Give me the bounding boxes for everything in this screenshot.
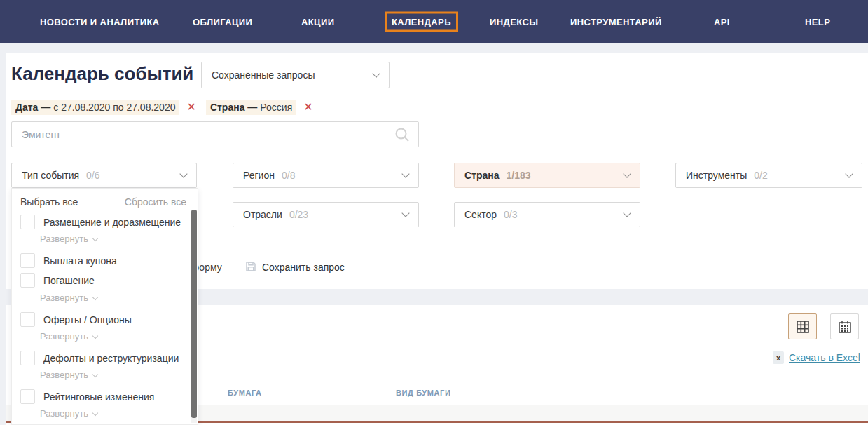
nav-item-api[interactable]: API	[714, 17, 730, 27]
expand-placement-button[interactable]: Развернуть	[40, 234, 97, 244]
list-item-label: Выплата купона	[43, 255, 117, 267]
chevron-down-icon	[623, 209, 631, 217]
page: НОВОСТИ И АНАЛИТИКА ОБЛИГАЦИИ АКЦИИ КАЛЕ…	[0, 0, 868, 425]
expand-offers-button[interactable]: Развернуть	[40, 331, 97, 342]
nav-item-indices[interactable]: ИНДЕКСЫ	[490, 17, 538, 27]
save-icon	[244, 260, 257, 273]
table-view-button[interactable]	[788, 313, 817, 339]
instruments-label: Инструменты	[686, 170, 747, 181]
chevron-down-icon	[92, 372, 98, 377]
filter-chip-date: Дата —с 27.08.2020 по 27.08.2020	[11, 100, 179, 115]
sector-count: 0/3	[504, 209, 517, 220]
chevron-down-icon	[92, 295, 98, 300]
chevron-down-icon	[179, 170, 187, 177]
region-select[interactable]: Регион 0/8	[233, 163, 419, 188]
chevron-down-icon	[401, 209, 409, 217]
dropdown-scrollbar-thumb[interactable]	[191, 210, 197, 418]
nav-item-news[interactable]: НОВОСТИ И АНАЛИТИКА	[40, 17, 160, 27]
list-item-label: Погашение	[43, 275, 95, 286]
list-item-label: Рейтинговые изменения	[43, 391, 154, 403]
checkbox-coupon[interactable]	[20, 253, 35, 268]
calendar-icon	[837, 319, 853, 335]
saved-queries-select[interactable]: Сохранённые запросы	[201, 62, 390, 88]
saved-queries-label: Сохранённые запросы	[212, 69, 315, 81]
event-type-panel-header: Выбрать все Сбросить все	[20, 196, 186, 208]
chevron-down-icon	[845, 170, 853, 177]
list-item-coupon: Выплата купона	[20, 253, 117, 268]
list-item-defaults: Дефолты и реструктуризации	[20, 351, 179, 365]
country-select[interactable]: Страна 1/183	[454, 163, 640, 188]
industries-count: 0/23	[289, 209, 308, 220]
download-excel-label: Скачать в Excel	[789, 352, 860, 363]
list-item-label: Размещение и доразмещение	[43, 217, 181, 228]
region-count: 0/8	[282, 170, 295, 181]
nav-item-help[interactable]: HELP	[805, 17, 830, 27]
checkbox-placement[interactable]	[20, 215, 35, 229]
column-header-paper-type: ВИД БУМАГИ	[396, 389, 450, 397]
save-query-button[interactable]: Сохранить запрос	[262, 262, 345, 273]
industries-select[interactable]: Отрасли 0/23	[233, 202, 419, 227]
event-type-dropdown-panel: Выбрать все Сбросить все Размещение и до…	[11, 188, 198, 425]
excel-icon: x	[773, 351, 784, 364]
list-item-placement: Размещение и доразмещение	[20, 215, 181, 229]
filter-chip-country-value: Россия	[260, 102, 292, 113]
industries-label: Отрасли	[243, 209, 282, 220]
nav-item-tools[interactable]: ИНСТРУМЕНТАРИЙ	[570, 17, 662, 27]
list-item-label: Дефолты и реструктуризации	[43, 353, 179, 364]
list-item-ratings: Рейтинговые изменения	[20, 389, 154, 404]
chevron-down-icon	[401, 170, 409, 177]
country-label: Страна	[464, 170, 500, 181]
country-count: 1/183	[507, 170, 531, 181]
checkbox-defaults[interactable]	[20, 351, 35, 365]
calendar-view-button[interactable]	[830, 313, 859, 339]
chevron-down-icon	[92, 333, 98, 339]
region-label: Регион	[243, 170, 275, 181]
chevron-down-icon	[372, 69, 380, 77]
column-header-paper: БУМАГА	[228, 389, 262, 397]
active-filter-chips: Дата —с 27.08.2020 по 27.08.2020 Страна …	[11, 100, 323, 115]
filter-chip-date-value: с 27.08.2020 по 27.08.2020	[53, 102, 175, 113]
event-type-select[interactable]: Тип события 0/6	[11, 163, 197, 188]
nav-item-bonds[interactable]: ОБЛИГАЦИИ	[193, 17, 252, 27]
checkbox-ratings[interactable]	[20, 389, 35, 404]
nav-item-calendar[interactable]: КАЛЕНДАРЬ	[385, 12, 458, 32]
remove-date-filter-icon[interactable]	[186, 102, 195, 113]
page-title: Календарь событий	[11, 63, 193, 85]
filter-chip-date-label: Дата —	[15, 102, 50, 113]
expand-ratings-button[interactable]: Развернуть	[40, 408, 97, 419]
filter-chip-country: Страна —Россия	[206, 100, 296, 115]
list-item-offers: Оферты / Опционы	[20, 312, 132, 327]
search-icon	[394, 126, 411, 144]
event-type-count: 0/6	[86, 170, 99, 181]
chevron-down-icon	[92, 236, 98, 241]
expand-defaults-button[interactable]: Развернуть	[40, 370, 97, 380]
select-all-button[interactable]: Выбрать все	[20, 196, 78, 208]
instruments-select[interactable]: Инструменты 0/2	[675, 163, 862, 188]
issuer-search-box	[11, 121, 419, 147]
instruments-count: 0/2	[754, 170, 767, 181]
checkbox-redemption[interactable]	[20, 273, 35, 288]
expand-redemption-button[interactable]: Развернуть	[40, 292, 97, 303]
top-nav: НОВОСТИ И АНАЛИТИКА ОБЛИГАЦИИ АКЦИИ КАЛЕ…	[0, 0, 868, 43]
checkbox-offers[interactable]	[20, 312, 35, 327]
event-type-label: Тип события	[22, 170, 79, 181]
sector-label: Сектор	[464, 209, 497, 220]
issuer-search-input[interactable]	[12, 122, 418, 147]
clear-all-button[interactable]: Сбросить все	[125, 196, 186, 208]
remove-country-filter-icon[interactable]	[303, 102, 312, 113]
nav-item-stocks[interactable]: АКЦИИ	[301, 17, 335, 27]
download-excel-link[interactable]: x Скачать в Excel	[773, 351, 860, 364]
sector-select[interactable]: Сектор 0/3	[454, 202, 640, 227]
list-item-label: Оферты / Опционы	[43, 314, 132, 325]
list-item-redemption: Погашение	[20, 273, 95, 288]
dropdown-scrollbar-track	[191, 210, 197, 423]
chevron-down-icon	[92, 410, 98, 416]
chevron-down-icon	[623, 170, 631, 177]
table-grid-icon	[795, 319, 811, 335]
filter-chip-country-label: Страна —	[210, 102, 257, 113]
